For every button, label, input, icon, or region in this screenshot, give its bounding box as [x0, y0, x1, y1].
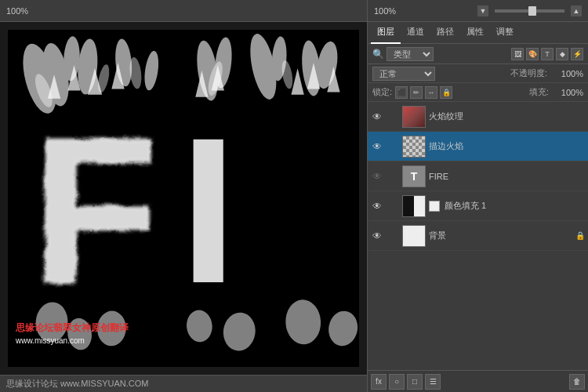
panel-bottom-buttons: fx ○ □ ☰ 🗑	[368, 370, 588, 392]
layer-visibility-fire-texture[interactable]: 👁	[371, 111, 383, 123]
layer-groups-button[interactable]: ☰	[425, 374, 441, 390]
panel-tabs: 图层 通道 路径 属性 调整	[368, 22, 588, 44]
tab-adjustments[interactable]: 调整	[490, 22, 520, 44]
filter-row: 🔍 类型 🖼 🎨 T ◆ ⚡	[368, 44, 588, 64]
tab-paths[interactable]: 路径	[430, 22, 460, 44]
filter-pixel-icon[interactable]: 🖼	[511, 48, 524, 60]
layer-thumb-background	[402, 225, 426, 247]
layer-name-fire-texture: 火焰纹理	[429, 111, 585, 122]
add-mask-button[interactable]: ○	[389, 374, 405, 390]
lock-move-btn[interactable]: ↔	[425, 86, 437, 99]
lock-pixel-btn[interactable]: ⬛	[395, 86, 408, 99]
layer-item-fire-text[interactable]: 👁 T FIRE	[368, 162, 588, 191]
layer-thumb-stroke-fire	[402, 136, 426, 158]
layers-list: 👁 火焰纹理 👁 描边火焰 👁 T	[368, 102, 588, 370]
panel-zoom-toolbar: 100% ▼ ▲	[368, 0, 588, 22]
delete-layer-button[interactable]: 🗑	[569, 374, 585, 390]
tab-properties[interactable]: 属性	[460, 22, 490, 44]
fire-text-canvas: F F I	[8, 30, 359, 367]
layer-name-color-fill: 颜色填充 1	[445, 200, 585, 212]
layer-name-fire-text: FIRE	[429, 172, 585, 181]
watermark-area: 思缘论坛翡翠女神原创翻译 www.missyuan.com	[16, 321, 359, 345]
panel-zoom-display: 100%	[374, 6, 401, 16]
new-layer-button[interactable]: □	[407, 374, 423, 390]
layer-lock-icon-background: 🔒	[575, 231, 585, 241]
layer-item-color-fill[interactable]: 👁 颜色填充 1	[368, 191, 588, 221]
layer-visibility-fire-text[interactable]: 👁	[371, 170, 383, 183]
tab-layers[interactable]: 图层	[371, 22, 401, 44]
filter-smart-icon[interactable]: ⚡	[571, 48, 583, 60]
search-icon: 🔍	[372, 49, 383, 60]
lock-all-btn[interactable]: 🔒	[440, 86, 452, 99]
fx-button[interactable]: fx	[371, 374, 387, 390]
filter-type-dropdown[interactable]: 类型	[387, 47, 434, 61]
layer-item-background[interactable]: 👁 背景 🔒	[368, 221, 588, 251]
layer-thumb-color-fill	[402, 195, 426, 217]
layer-name-stroke-fire: 描边火焰	[429, 140, 585, 152]
fire-text-svg: F F I	[8, 30, 359, 367]
lock-row: 锁定: ⬛ ✏ ↔ 🔒 填充: 100%	[368, 83, 588, 102]
filter-adjust-icon[interactable]: 🎨	[526, 48, 539, 60]
bottom-bar: 思缘设计论坛 www.MISSYUAN.COM	[0, 375, 367, 392]
layer-item-fire-texture[interactable]: 👁 火焰纹理	[368, 102, 588, 132]
layer-visibility-color-fill[interactable]: 👁	[371, 200, 383, 212]
watermark-line2: www.missyuan.com	[16, 336, 359, 345]
zoom-level: 100%	[6, 6, 34, 16]
opacity-label: 不透明度:	[510, 67, 547, 79]
layer-thumb-fire-texture	[402, 106, 426, 128]
layer-visibility-stroke-fire[interactable]: 👁	[371, 140, 383, 153]
filter-text-icon[interactable]: T	[541, 48, 554, 60]
main-container: 100% F F I	[0, 0, 588, 392]
lock-label: 锁定:	[372, 86, 392, 98]
zoom-increase-btn[interactable]: ▲	[571, 5, 582, 16]
filter-shape-icon[interactable]: ◆	[556, 48, 568, 60]
layer-name-background: 背景	[429, 230, 572, 241]
fill-label: 填充:	[529, 86, 549, 98]
watermark-line1: 思缘论坛翡翠女神原创翻译	[16, 321, 359, 335]
right-panel: 100% ▼ ▲ 图层 通道 路径 属性 调整 🔍 类型 🖼 🎨 T	[367, 0, 588, 392]
layer-item-stroke-fire[interactable]: 👁 描边火焰	[368, 132, 588, 162]
canvas-area: 100% F F I	[0, 0, 367, 392]
layer-thumb-fire-text: T	[402, 165, 426, 187]
zoom-decrease-btn[interactable]: ▼	[477, 5, 488, 16]
blend-mode-row: 正常 不透明度: 100%	[368, 64, 588, 83]
layer-visibility-background[interactable]: 👁	[371, 230, 383, 242]
filter-icons: 🖼 🎨 T ◆ ⚡	[511, 48, 583, 60]
tab-channels[interactable]: 通道	[401, 22, 430, 44]
lock-icons-group: ⬛ ✏ ↔ 🔒	[395, 86, 452, 99]
svg-text:F: F	[32, 94, 159, 326]
lock-draw-btn[interactable]: ✏	[410, 86, 423, 99]
bottom-bar-text: 思缘设计论坛 www.MISSYUAN.COM	[6, 378, 149, 390]
svg-text:I: I	[180, 94, 238, 326]
blend-mode-dropdown[interactable]: 正常	[372, 67, 435, 81]
canvas-content: F F I	[8, 30, 359, 367]
fill-value: 100%	[552, 88, 583, 97]
opacity-value: 100%	[552, 69, 583, 78]
color-fill-swatch	[429, 201, 440, 212]
canvas-toolbar: 100%	[0, 0, 367, 22]
